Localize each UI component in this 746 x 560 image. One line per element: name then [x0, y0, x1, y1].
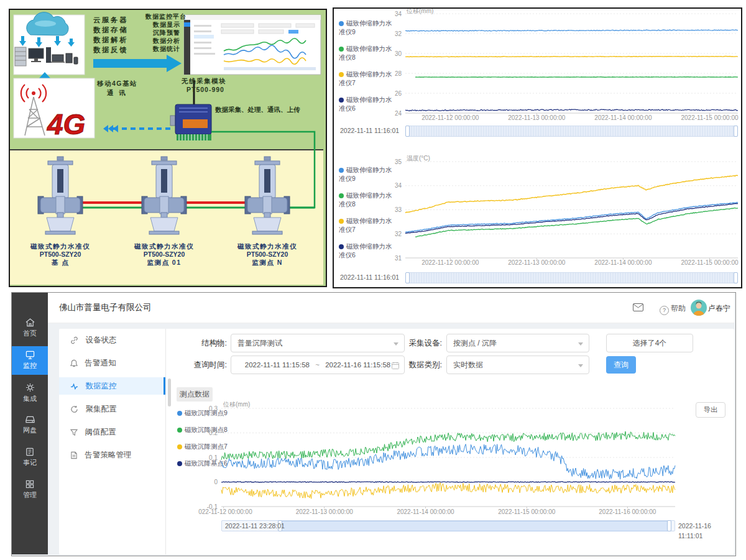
svg-text:2022-11-13 00:00:00: 2022-11-13 00:00:00 [296, 508, 354, 515]
device-select[interactable]: 按测点 / 沉降 [446, 334, 589, 352]
query-button[interactable]: 查询 [606, 356, 636, 374]
svg-text:35: 35 [395, 158, 402, 165]
sidebar-item-home[interactable]: 首页 [12, 314, 48, 342]
notebook-icon [25, 448, 34, 456]
category-label: 数据类别: [389, 356, 442, 374]
svg-text:0.2: 0.2 [209, 429, 218, 436]
menu-item-data-monitoring[interactable]: 数据监控 [59, 377, 165, 395]
monitor-icon [25, 351, 35, 359]
svg-text:位移(mm): 位移(mm) [223, 401, 250, 408]
filter-icon [70, 429, 78, 436]
device-label: 磁致式静力水准仪PT500-SZY20基 点 [14, 242, 107, 267]
legend-item[interactable]: 磁致伸缩静力水准仪9 [339, 165, 395, 183]
slider-handle[interactable] [405, 126, 410, 137]
4g-logo-text: 4G [47, 108, 85, 140]
legend-item[interactable]: 磁致伸缩静力水准仪6 [339, 95, 395, 112]
menu-item-aggregation-config[interactable]: 聚集配置 [59, 400, 165, 418]
svg-text:2022-11-14 00:00:00: 2022-11-14 00:00:00 [594, 114, 652, 121]
bell-icon [70, 359, 78, 367]
export-button[interactable]: 导出 [696, 402, 725, 418]
sidebar-item-netdisk[interactable]: 网盘 [12, 411, 48, 439]
slider-handle[interactable] [734, 126, 738, 137]
slider-handle[interactable] [734, 272, 738, 283]
sidebar-item-monitor[interactable]: 监控 [12, 346, 48, 375]
svg-text:2022-11-12 00:00:00: 2022-11-12 00:00:00 [421, 114, 479, 121]
svg-text:0.3: 0.3 [209, 405, 218, 412]
svg-text:2022-11-15 00:00:00: 2022-11-15 00:00:00 [681, 114, 739, 121]
sidebar-item-management[interactable]: 管理 [12, 475, 48, 504]
app-sidebar: 首页 监控 集成 网盘 事记 管理 [12, 293, 48, 554]
help-button[interactable]: ?帮助 [660, 303, 686, 315]
svg-text:2022-11-13 00:00:00: 2022-11-13 00:00:00 [508, 114, 566, 121]
legend-item[interactable]: 磁致伸缩静力水准仪6 [339, 242, 395, 259]
chart-legend: 磁致伸缩静力水准仪9磁致伸缩静力水准仪8磁致伸缩静力水准仪7磁致伸缩静力水准仪6 [339, 165, 395, 267]
menu-item-threshold-config[interactable]: 阈值配置 [59, 423, 165, 441]
chart-range-slider[interactable]: 2022-11-11 23:28:01 [221, 520, 675, 531]
legend-dot [339, 168, 344, 173]
content-card: 设备状态 告警通知 数据监控 聚集配置 阈值配置 告警策略管理 结构物: 普量沉… [59, 329, 734, 554]
date-range-input[interactable]: 2022-11-11 11:15:58 ~ 2022-11-16 11:15:5… [231, 356, 405, 374]
slider-timestamp: 2022-11-11 11:16:01 [340, 126, 399, 135]
slider-start-timestamp: 2022-11-11 23:28:01 [225, 521, 285, 531]
chart-range-slider[interactable] [405, 126, 738, 137]
dashboard-header: 佛山市普量电子有限公司 ?帮助 卢春宁 [48, 293, 734, 323]
legend-dot [177, 411, 182, 416]
legend-dot [339, 219, 344, 224]
system-diagram-panel: 4G 云服务器 数据存储 数据解析 数据反馈 [9, 9, 327, 287]
menu-item-alarm-strategy[interactable]: 告警策略管理 [59, 446, 165, 464]
module-label: 无线采集模块 [182, 77, 226, 86]
svg-text:0: 0 [214, 479, 218, 485]
cloud-text-line: 数据存储 [93, 25, 128, 35]
menu-item-alarm-notice[interactable]: 告警通知 [59, 354, 165, 372]
sidebar-item-journal[interactable]: 事记 [12, 443, 48, 472]
legend-item[interactable]: 磁致伸缩静力水准仪7 [339, 70, 395, 87]
slider-selected-range[interactable] [280, 521, 670, 531]
platform-text-line: 数据显示 [153, 21, 180, 29]
svg-text:2022-11-16 00:00:00: 2022-11-16 00:00:00 [599, 508, 656, 515]
monitoring-dashboard: 佛山市普量电子有限公司 ?帮助 卢春宁 首页 监控 集成 [11, 292, 736, 556]
slider-handle[interactable] [405, 272, 410, 283]
pulse-icon [70, 383, 78, 390]
station-label: 移动4G基站 [97, 80, 137, 88]
svg-text:2022-11-15 00:00:00: 2022-11-15 00:00:00 [681, 259, 739, 266]
tab-measure-point-data[interactable]: 测点数据 [177, 387, 213, 402]
divider [165, 329, 166, 554]
chart-range-slider[interactable] [405, 272, 738, 283]
user-name[interactable]: 卢春宁 [708, 303, 730, 314]
svg-text:2022-11-12 00:00:00: 2022-11-12 00:00:00 [421, 259, 479, 266]
svg-text:34: 34 [395, 182, 402, 189]
legend-item[interactable]: 磁致伸缩静力水准仪7 [339, 216, 395, 234]
legend-dot [339, 193, 344, 198]
structure-select[interactable]: 普量沉降测试 [231, 334, 405, 352]
menu-item-device-status[interactable]: 设备状态 [59, 331, 165, 349]
legend-dot [177, 444, 182, 449]
svg-text:28: 28 [395, 70, 402, 77]
device-label: 磁致式静力水准仪PT500-SZY20监测点 01 [117, 242, 211, 267]
svg-text:位移(mm): 位移(mm) [406, 9, 433, 14]
svg-text:31: 31 [395, 255, 402, 262]
cloud-text-line: 云服务器 [93, 15, 128, 25]
selected-count-box[interactable]: 选择了4个 [606, 334, 693, 352]
slider-handle[interactable] [667, 520, 671, 531]
legend-dot [177, 461, 182, 466]
legend-item[interactable]: 磁致伸缩静力水准仪8 [339, 44, 395, 62]
legend-item[interactable]: 磁致伸缩静力水准仪8 [339, 191, 395, 208]
wireless-link-arrow [103, 125, 173, 132]
scrollbar-thumb[interactable] [168, 379, 171, 406]
svg-text:温度(°C): 温度(°C) [407, 155, 430, 162]
arrow-to-platform [93, 55, 182, 72]
svg-text:2022-11-15 00:00:00: 2022-11-15 00:00:00 [498, 508, 556, 515]
legend-item[interactable]: 磁致伸缩静力水准仪9 [339, 19, 395, 36]
legend-dot [339, 21, 344, 26]
chevron-down-icon [578, 364, 583, 367]
category-select[interactable]: 实时数据 [446, 356, 589, 374]
sidebar-item-integration[interactable]: 集成 [12, 379, 48, 407]
legend-dot [339, 72, 344, 77]
module-label: PT500-990 [186, 86, 224, 93]
mail-icon[interactable] [633, 303, 643, 311]
avatar[interactable] [691, 300, 707, 316]
slider-end-timestamp: 2022-11-16 11:11:01 [678, 521, 734, 541]
charts-panel: 磁致伸缩静力水准仪9磁致伸缩静力水准仪8磁致伸缩静力水准仪7磁致伸缩静力水准仪6… [333, 7, 742, 288]
refresh-icon [70, 405, 78, 413]
settlement-chart: -0.100.10.20.32022-11-12 00:00:002022-11… [198, 401, 680, 520]
